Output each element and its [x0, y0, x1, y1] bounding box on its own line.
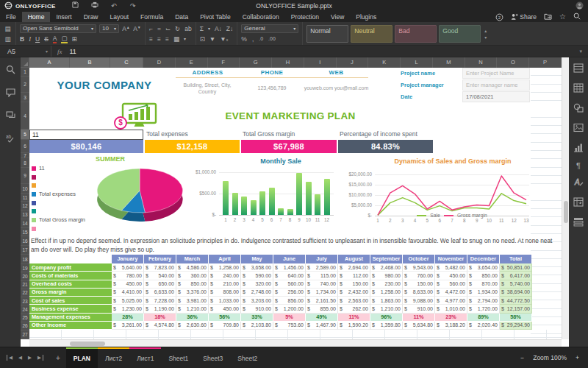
table-cell[interactable]: $1,734.00: [306, 289, 338, 297]
row-header-25[interactable]: 25: [21, 314, 29, 322]
align-left-button[interactable]: ≡: [149, 35, 153, 43]
table-cell[interactable]: $450.00: [435, 272, 467, 280]
table-cell[interactable]: $910.00: [403, 305, 435, 313]
row-header-11[interactable]: 11: [21, 194, 29, 202]
collapse-formula-bar-icon[interactable]: ▾: [579, 49, 588, 54]
table-header-total[interactable]: Total: [500, 255, 531, 263]
add-sheet-button[interactable]: +: [50, 347, 66, 368]
table-cell[interactable]: $210.00: [209, 280, 241, 289]
table-cell[interactable]: $50,851.00: [500, 263, 532, 272]
row-header-24[interactable]: 24: [21, 305, 29, 314]
favorite-star-icon[interactable]: ☆: [559, 13, 566, 21]
table-cell[interactable]: $1,359.80: [370, 322, 403, 330]
merge-cells-button[interactable]: ▦: [173, 35, 179, 43]
row-header-3[interactable]: 3: [21, 93, 29, 102]
table-cell[interactable]: $150.00: [403, 280, 435, 289]
table-cell[interactable]: $1,033.00: [209, 297, 241, 305]
table-cell[interactable]: $4,574.80: [144, 322, 176, 330]
bold-button[interactable]: B: [20, 35, 24, 43]
table-cell[interactable]: $1,258.00: [370, 289, 403, 297]
image-settings-icon[interactable]: [573, 122, 584, 135]
row-header-6[interactable]: 6: [21, 140, 29, 153]
row-header-4[interactable]: 4: [21, 102, 29, 130]
comma-style-button[interactable]: ,: [252, 35, 254, 43]
table-cell[interactable]: $2,589.00: [306, 263, 338, 272]
table-header-december[interactable]: December: [467, 255, 499, 263]
row-header-10[interactable]: 10: [21, 184, 29, 194]
row-header-27[interactable]: 27: [21, 330, 29, 339]
borders-button[interactable]: ⊞: [72, 35, 77, 43]
table-header-november[interactable]: November: [435, 255, 467, 263]
horizontal-scrollbar[interactable]: [29, 339, 562, 347]
table-cell[interactable]: $4,977.00: [435, 297, 467, 305]
project-field-value[interactable]: Enter manager name: [462, 79, 530, 91]
column-header-D[interactable]: D: [143, 57, 176, 68]
table-cell[interactable]: $6,417.00: [500, 272, 532, 280]
row-label[interactable]: Company profit: [29, 263, 112, 272]
menu-tab-data[interactable]: Data: [169, 12, 194, 22]
search-button[interactable]: [573, 13, 581, 21]
table-header-january[interactable]: January: [112, 255, 143, 263]
table-cell[interactable]: $360.00: [176, 272, 209, 280]
table-cell[interactable]: $910.00: [241, 305, 273, 313]
table-cell[interactable]: $5,740.00: [500, 280, 532, 289]
menu-tab-formula[interactable]: Formula: [135, 12, 169, 22]
row-header-19[interactable]: 19: [21, 264, 29, 272]
named-ranges-button[interactable]: ⊡: [200, 35, 205, 43]
table-cell[interactable]: $4,472.00: [435, 289, 467, 297]
search-icon[interactable]: [6, 64, 15, 77]
row-header-22[interactable]: 22: [21, 289, 29, 297]
cell-style-normal[interactable]: Normal: [306, 25, 348, 43]
sheet-canvas[interactable]: YOUR COMPANY ADDRESS PHONE WEB Building,…: [29, 68, 562, 339]
table-cell[interactable]: $1,200.00: [273, 305, 306, 313]
table-cell[interactable]: $1,467.90: [306, 322, 338, 330]
row-header-9[interactable]: 9: [21, 168, 29, 184]
table-header-october[interactable]: October: [403, 255, 434, 263]
table-cell[interactable]: $808.00: [209, 289, 241, 297]
table-cell[interactable]: 5%: [273, 314, 306, 322]
row-header-7[interactable]: 7: [21, 153, 29, 158]
table-cell[interactable]: $856.00: [273, 297, 306, 305]
row-label[interactable]: Overhead costs: [29, 280, 112, 289]
table-cell[interactable]: 18%: [144, 314, 176, 322]
sheet-tab-лист2[interactable]: Лист2: [98, 347, 129, 368]
align-top-button[interactable]: ⌐: [149, 25, 153, 32]
row-header-12[interactable]: 12: [21, 202, 29, 210]
table-cell[interactable]: $3,658.00: [241, 263, 273, 272]
wrap-text-button[interactable]: ab: [184, 25, 191, 32]
paragraph-settings-icon[interactable]: ¶: [576, 162, 581, 170]
undo-button[interactable]: ↶: [104, 0, 123, 12]
table-header-august[interactable]: August: [338, 255, 370, 263]
increase-decimal-button[interactable]: .00: [268, 36, 276, 41]
redo-button[interactable]: ↷: [123, 0, 143, 12]
table-cell[interactable]: $1,720.00: [467, 305, 500, 313]
table-cell[interactable]: $590.00: [241, 272, 273, 280]
row-header-23[interactable]: 23: [21, 297, 29, 305]
table-cell[interactable]: $29,294.90: [500, 322, 532, 330]
font-size-select[interactable]: 10▾: [99, 24, 119, 33]
table-cell[interactable]: $3,261.00: [112, 322, 144, 330]
menu-tab-home[interactable]: Home: [22, 12, 51, 22]
table-cell[interactable]: $3,654.00: [467, 263, 500, 272]
column-header-H[interactable]: H: [272, 57, 304, 68]
table-cell[interactable]: $5,640.00: [112, 263, 144, 272]
table-cell[interactable]: $3,376.00: [176, 289, 209, 297]
menu-tab-pivot-table[interactable]: Pivot Table: [194, 12, 236, 22]
table-cell[interactable]: 96%: [370, 314, 403, 322]
table-cell[interactable]: $740.00: [306, 280, 338, 289]
user-avatar[interactable]: [576, 0, 584, 13]
underline-button[interactable]: U: [35, 35, 40, 43]
table-cell[interactable]: $12,157.00: [500, 305, 532, 313]
table-cell[interactable]: 58%: [500, 314, 532, 322]
table-cell[interactable]: $980.00: [370, 272, 403, 280]
table-cell[interactable]: $5,634.80: [403, 322, 435, 330]
column-header-K[interactable]: K: [368, 57, 401, 68]
column-header-I[interactable]: I: [304, 57, 337, 68]
align-center-button[interactable]: ≡: [157, 35, 161, 43]
table-cell[interactable]: $760.00: [403, 272, 435, 280]
table-cell[interactable]: $540.00: [144, 272, 176, 280]
formula-input[interactable]: 11: [68, 48, 76, 55]
filter-button[interactable]: ▼: [209, 35, 215, 43]
table-cell[interactable]: $44,772.50: [500, 297, 532, 305]
table-cell[interactable]: $9,543.00: [403, 263, 435, 272]
